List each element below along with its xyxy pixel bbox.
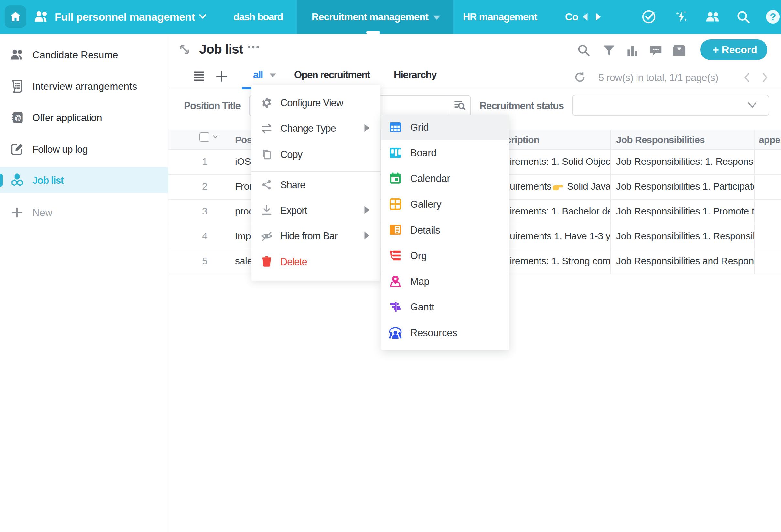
svg-text:@: @ (14, 114, 22, 122)
svg-text:?: ? (770, 11, 776, 23)
